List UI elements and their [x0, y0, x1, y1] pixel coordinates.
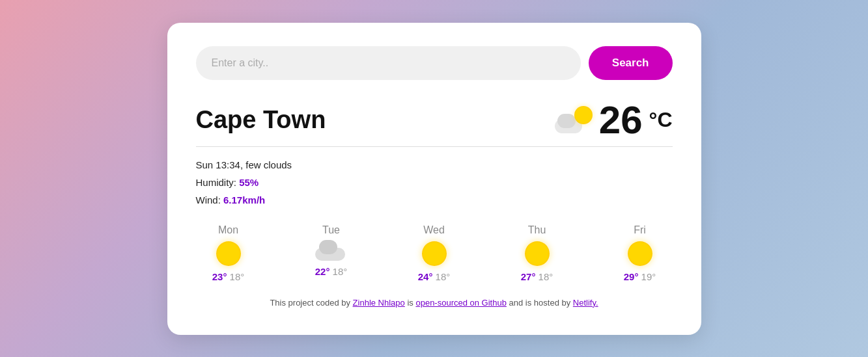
temperature-display: 26°C — [555, 101, 673, 140]
host-link[interactable]: Netlify. — [573, 298, 598, 308]
day-temps: 24° 18° — [418, 271, 451, 282]
sun-icon — [216, 241, 241, 266]
forecast-day-tue: Tue 22° 18° — [305, 224, 357, 282]
day-low: 18° — [333, 266, 348, 277]
search-button[interactable]: Search — [589, 46, 673, 80]
day-label: Mon — [218, 224, 238, 236]
forecast-day-fri: Fri 29° 19° — [614, 224, 666, 282]
forecast-day-thu: Thu 27° 18° — [511, 224, 563, 282]
day-high: 24° — [418, 271, 433, 282]
wind-line: Wind: 6.17km/h — [196, 191, 673, 209]
current-weather-icon — [555, 106, 593, 135]
day-low: 18° — [436, 271, 451, 282]
day-high: 29° — [624, 271, 639, 282]
day-temps: 29° 19° — [624, 271, 656, 282]
temperature-value: 26 — [599, 101, 643, 140]
author-link[interactable]: Zinhle Nhlapo — [353, 298, 405, 308]
forecast-day-mon: Mon 23° 18° — [203, 224, 255, 282]
day-high: 23° — [212, 271, 227, 282]
humidity-label: Humidity: — [196, 177, 237, 188]
forecast-row: Mon 23° 18° Tue 22° 18° Wed 24° 18° — [196, 224, 673, 282]
sun-icon — [628, 241, 652, 266]
footer-middle: is — [405, 298, 416, 308]
day-high: 27° — [521, 271, 536, 282]
day-label: Thu — [528, 224, 546, 236]
weather-details: Sun 13:34, few clouds Humidity: 55% Wind… — [196, 156, 673, 209]
wind-label: Wind: — [196, 194, 221, 205]
day-label: Fri — [634, 224, 646, 236]
datetime-line: Sun 13:34, few clouds — [196, 156, 673, 174]
temperature-unit: °C — [649, 108, 673, 132]
day-high: 22° — [315, 266, 330, 277]
sun-icon — [525, 241, 550, 266]
day-temps: 27° 18° — [521, 271, 553, 282]
wind-value: 6.17km/h — [223, 194, 265, 205]
day-label: Tue — [322, 224, 340, 236]
github-link[interactable]: open-sourced on Github — [415, 298, 506, 308]
day-low: 18° — [230, 271, 245, 282]
footer: This project coded by Zinhle Nhlapo is o… — [196, 298, 673, 308]
day-low: 19° — [641, 271, 656, 282]
city-temp-row: Cape Town 26°C — [196, 101, 673, 140]
day-temps: 22° 18° — [315, 266, 348, 277]
search-row: Search — [196, 46, 673, 80]
day-label: Wed — [423, 224, 445, 236]
day-temps: 23° 18° — [212, 271, 245, 282]
humidity-value: 55% — [239, 177, 259, 188]
cloud-icon — [315, 241, 348, 261]
day-low: 18° — [539, 271, 553, 282]
sun-icon — [422, 241, 447, 266]
footer-prefix: This project coded by — [270, 298, 352, 308]
weather-card: Search Cape Town 26°C Sun 13:34, few clo… — [167, 23, 701, 335]
forecast-day-wed: Wed 24° 18° — [408, 224, 460, 282]
footer-suffix: and is hosted by — [507, 298, 573, 308]
divider — [196, 146, 673, 147]
city-name: Cape Town — [196, 106, 326, 134]
city-search-input[interactable] — [196, 46, 581, 80]
humidity-line: Humidity: 55% — [196, 174, 673, 191]
